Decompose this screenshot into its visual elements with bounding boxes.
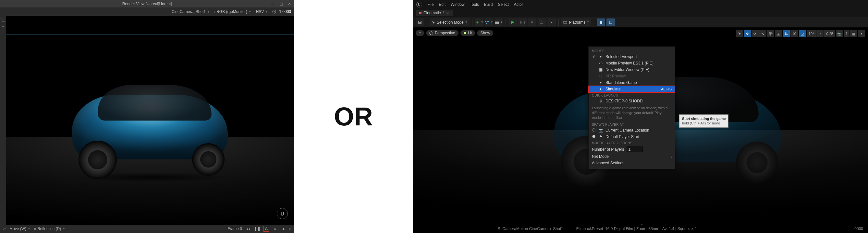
show-dropdown[interactable]: Show bbox=[477, 30, 493, 36]
menu-item-label: Current Camera Location bbox=[606, 128, 672, 133]
perspective-label: Perspective bbox=[435, 31, 455, 35]
tab-cinematic[interactable]: Cinematic * ✕ bbox=[416, 10, 453, 16]
menu-item-mobile-preview[interactable]: ▭ Mobile Preview ES3.1 (PIE) bbox=[589, 60, 675, 66]
render-view-image[interactable]: U bbox=[6, 16, 294, 225]
save-button[interactable] bbox=[416, 19, 424, 26]
menu-help-text: Launching a game (preview or on device) … bbox=[589, 104, 675, 122]
vr-icon: ◎ bbox=[598, 74, 603, 78]
menu-item-selected-viewport[interactable]: ✔ Selected Viewport bbox=[589, 54, 675, 60]
surface-snap-icon[interactable]: ◬ bbox=[775, 30, 782, 37]
settings-button-b[interactable] bbox=[607, 19, 615, 26]
menu-window[interactable]: Window bbox=[451, 2, 465, 7]
tab-label: Cinematic bbox=[424, 11, 441, 15]
menu-edit[interactable]: Edit bbox=[439, 2, 445, 7]
menu-tools[interactable]: Tools bbox=[470, 2, 479, 7]
scale-tool-icon[interactable]: ⤡ bbox=[759, 30, 767, 37]
menu-item-new-editor-window[interactable]: ▣ New Editor Window (PIE) bbox=[589, 66, 675, 73]
skip-button[interactable] bbox=[518, 19, 527, 26]
window-close-button[interactable]: ✕ bbox=[285, 0, 294, 7]
platforms-dropdown[interactable]: Platforms ▼ bbox=[561, 19, 592, 26]
colorspace-dropdown[interactable]: sRGB (rgbMonitor) ▼ bbox=[213, 9, 253, 14]
svg-rect-5 bbox=[487, 21, 489, 22]
flag-icon: ⚑ bbox=[598, 134, 603, 139]
pause-button[interactable]: ❚❚ bbox=[254, 226, 260, 232]
num-players-input[interactable] bbox=[627, 146, 643, 152]
unreal-editor-window: U File Edit Window Tools Build Select Ac… bbox=[413, 0, 868, 233]
expand-chevron-icon[interactable]: ⌄ bbox=[641, 222, 643, 226]
render-view-title: Render View [Unreal]Unreal] bbox=[122, 2, 172, 6]
menu-actor[interactable]: Actor bbox=[514, 2, 523, 7]
add-button[interactable]: ＋ bbox=[287, 226, 291, 232]
chevron-down-icon: ▼ bbox=[62, 227, 65, 230]
perspective-dropdown[interactable]: Perspective bbox=[426, 30, 459, 36]
svg-rect-9 bbox=[564, 22, 567, 23]
next-frame-button[interactable]: ▸ bbox=[273, 226, 278, 232]
select-tool-icon[interactable] bbox=[736, 30, 743, 37]
menu-item-current-camera-location[interactable]: 📷 Current Camera Location bbox=[589, 127, 675, 134]
maximize-viewport-button[interactable]: ▦ bbox=[850, 30, 857, 37]
frame-counter: 0000 bbox=[855, 227, 863, 231]
selection-mode-dropdown[interactable]: Selection Mode ▼ bbox=[430, 19, 469, 26]
unreal-viewport[interactable]: ≡ Perspective Lit Show ✥ ⟳ ⤡ ◬ bbox=[413, 28, 868, 233]
angle-snap-value[interactable]: 10° bbox=[807, 30, 816, 37]
menu-item-simulate[interactable]: Simulate ALT+S bbox=[589, 86, 675, 92]
camera-speed-icon[interactable]: 📷 bbox=[836, 30, 843, 37]
scale-snap-toggle[interactable]: ▫ bbox=[816, 30, 824, 37]
monitor-icon: 🖥 bbox=[598, 99, 603, 103]
add-content-button[interactable]: ＋▼ bbox=[475, 19, 484, 26]
angle-snap-toggle[interactable]: ◿ bbox=[799, 30, 806, 37]
window-minimize-button[interactable]: — bbox=[268, 0, 277, 7]
camera-speed-value[interactable]: 1 bbox=[844, 30, 849, 37]
marquee-tool-icon[interactable] bbox=[1, 17, 6, 22]
sync-button[interactable] bbox=[264, 226, 269, 232]
dot-icon bbox=[34, 228, 36, 230]
chevron-right-icon: › bbox=[671, 154, 672, 159]
warning-icon[interactable]: ▲ bbox=[282, 227, 285, 231]
simulate-tooltip: Start simulating the game hold (Ctrl + A… bbox=[679, 114, 728, 128]
render-camera-label: CineCamera_Shot1 bbox=[172, 9, 206, 14]
transform-tool-icon[interactable]: ⤢ bbox=[3, 227, 6, 231]
display-mode-dropdown[interactable]: HSV ▼ bbox=[255, 9, 270, 14]
exposure-reset-button[interactable] bbox=[271, 9, 277, 14]
menu-item-standalone-game[interactable]: Standalone Game bbox=[589, 79, 675, 86]
cinematics-button[interactable]: ▼ bbox=[495, 19, 503, 26]
menu-item-desktop-device[interactable]: 🖥 DESKTOP-0ISHODD bbox=[589, 98, 675, 104]
viewport-layout-button[interactable]: ▼ bbox=[858, 30, 865, 37]
tab-close-button[interactable]: ✕ bbox=[446, 11, 449, 15]
settings-button-a[interactable] bbox=[597, 19, 605, 26]
reflection-dropdown[interactable]: Reflection (D) ▼ bbox=[34, 227, 65, 231]
play-button[interactable] bbox=[508, 19, 517, 26]
eject-button[interactable]: ⏏ bbox=[538, 19, 546, 26]
menu-item-label: DESKTOP-0ISHODD bbox=[606, 99, 672, 103]
scale-snap-value[interactable]: 0.25 bbox=[824, 30, 835, 37]
menu-file[interactable]: File bbox=[427, 2, 434, 7]
svg-rect-10 bbox=[565, 24, 566, 24]
translate-tool-icon[interactable]: ✥ bbox=[744, 30, 751, 37]
rotate-tool-icon[interactable]: ⟳ bbox=[751, 30, 758, 37]
camera-path-label: LS_CameraMotion CineCamera_Shot1 bbox=[495, 227, 563, 231]
colorspace-label: sRGB (rgbMonitor) bbox=[215, 9, 247, 14]
grid-snap-toggle[interactable] bbox=[783, 30, 790, 37]
world-local-toggle[interactable] bbox=[767, 30, 774, 37]
menu-item-net-mode[interactable]: Net Mode › bbox=[589, 153, 675, 160]
menu-select[interactable]: Select bbox=[498, 2, 508, 7]
blueprint-button[interactable]: ▼ bbox=[485, 19, 493, 26]
svg-rect-11 bbox=[600, 21, 602, 24]
stop-button[interactable]: ■ bbox=[528, 19, 536, 26]
prev-frame-button[interactable]: ◂◂ bbox=[245, 226, 251, 232]
move-mode-dropdown[interactable]: Move (W) ▼ bbox=[9, 227, 31, 231]
render-view-titlebar[interactable]: Render View [Unreal]Unreal] — ▢ ✕ bbox=[0, 0, 294, 7]
menu-item-advanced-settings[interactable]: Advanced Settings... bbox=[589, 160, 675, 166]
menu-build[interactable]: Build bbox=[484, 2, 493, 7]
menu-item-default-player-start[interactable]: ⚑ Default Player Start bbox=[589, 134, 675, 140]
viewport-options-button[interactable]: ≡ bbox=[416, 30, 424, 36]
window-maximize-button[interactable]: ▢ bbox=[277, 0, 285, 7]
svg-rect-4 bbox=[485, 21, 487, 22]
play-options-button[interactable]: ⋮ bbox=[548, 19, 556, 26]
render-camera-dropdown[interactable]: CineCamera_Shot1 ▼ bbox=[170, 9, 211, 14]
lit-dropdown[interactable]: Lit bbox=[460, 30, 475, 36]
grid-snap-value[interactable]: 10 bbox=[790, 30, 798, 37]
svg-rect-3 bbox=[419, 21, 421, 22]
arrow-tool-icon[interactable] bbox=[1, 24, 6, 30]
menu-item-label: New Editor Window (PIE) bbox=[606, 67, 672, 72]
